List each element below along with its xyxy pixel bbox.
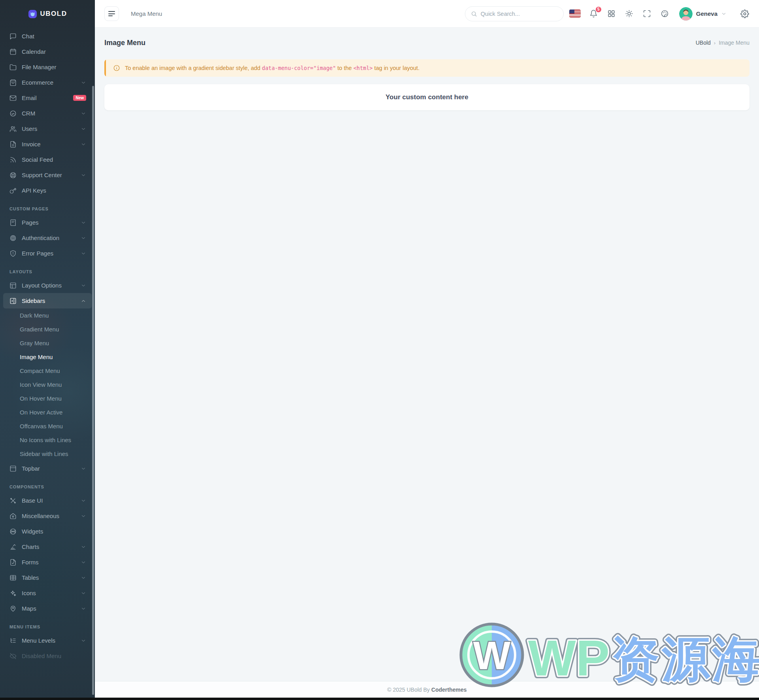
sidebar-item-invoice[interactable]: Invoice xyxy=(3,136,92,152)
mail-icon xyxy=(9,95,17,102)
fullscreen-button[interactable] xyxy=(642,9,652,19)
shield-icon xyxy=(9,250,17,257)
sidebar-item-label: Users xyxy=(22,125,81,132)
tables-icon xyxy=(9,574,17,581)
auth-icon xyxy=(9,235,17,242)
wordpress-logo-icon: W xyxy=(461,624,523,686)
sun-icon xyxy=(625,9,633,18)
sidebar-item-authentication[interactable]: Authentication xyxy=(3,230,92,246)
chevron-down-icon xyxy=(81,126,86,132)
sidebar-item-pages[interactable]: Pages xyxy=(3,215,92,230)
topbar-mega-menu[interactable]: Mega Menu xyxy=(131,10,162,17)
sidebar-subitem-on-hover-menu[interactable]: On Hover Menu xyxy=(3,392,92,405)
search-input[interactable] xyxy=(481,11,558,17)
sidebar-subitem-on-hover-active[interactable]: On Hover Active xyxy=(3,405,92,419)
gear-icon xyxy=(740,9,749,18)
alert-code-snippet: data-menu-color="image" xyxy=(262,65,336,71)
sidebar-item-label: Authentication xyxy=(22,235,81,241)
baseui-icon xyxy=(9,497,17,504)
sidebar-scrollbar[interactable] xyxy=(92,86,94,695)
ubold-logo-icon xyxy=(28,9,37,19)
sidebar-item-label: Miscellaneous xyxy=(22,513,81,519)
sidebar-subitem-offcanvas-menu[interactable]: Offcanvas Menu xyxy=(3,419,92,433)
custom-content-card: Your custom content here xyxy=(104,84,750,110)
sidebar-item-layout-options[interactable]: Layout Options xyxy=(3,278,92,293)
sidebar-subitem-sidebar-with-lines[interactable]: Sidebar with Lines xyxy=(3,447,92,461)
language-flag-icon[interactable] xyxy=(569,9,581,18)
sidebar-subitem-gradient-menu[interactable]: Gradient Menu xyxy=(3,322,92,336)
notifications-button[interactable]: 5 xyxy=(589,9,599,19)
sidebar-item-file-manager[interactable]: File Manager xyxy=(3,59,92,75)
sidebar-subitem-compact-menu[interactable]: Compact Menu xyxy=(3,364,92,378)
sidebar-item-label: Topbar xyxy=(22,465,81,472)
svg-text:资源海: 资源海 xyxy=(611,632,759,686)
sidebar-subitem-icon-view-menu[interactable]: Icon View Menu xyxy=(3,378,92,392)
menulevels-icon xyxy=(9,637,17,644)
menu-toggle-button[interactable] xyxy=(104,6,119,21)
sidebar-item-calendar[interactable]: Calendar xyxy=(3,44,92,59)
chevron-down-icon xyxy=(721,11,727,17)
sidebar-item-users[interactable]: Users xyxy=(3,121,92,136)
sidebar-item-icons[interactable]: Icons xyxy=(3,585,92,601)
widgets-icon xyxy=(9,528,17,535)
sidebar-item-disabled-menu[interactable]: Disabled Menu xyxy=(3,648,92,664)
brand-logo[interactable]: UBOLD xyxy=(0,0,95,28)
sidebar-subitem-no-icons-with-lines[interactable]: No Icons with Lines xyxy=(3,433,92,447)
sidebar-item-label: Social Feed xyxy=(22,156,86,163)
sidebar-item-email[interactable]: EmailNew xyxy=(3,90,92,106)
svg-text:WP: WP xyxy=(528,630,610,686)
sidebar-item-charts[interactable]: Charts xyxy=(3,539,92,554)
bottom-black-bar xyxy=(0,698,759,700)
sidebar-item-chat[interactable]: Chat xyxy=(3,28,92,44)
misc-icon xyxy=(9,513,17,520)
chevron-down-icon xyxy=(81,235,86,241)
invoice-icon xyxy=(9,141,17,148)
sidebar-item-error-pages[interactable]: Error Pages xyxy=(3,246,92,261)
chevron-up-icon xyxy=(81,298,86,304)
sidebar-section-custom-pages: Custom Pages xyxy=(0,198,95,215)
page-title: Image Menu xyxy=(104,39,145,47)
apps-grid-button[interactable] xyxy=(607,9,616,19)
sidebar-item-label: Invoice xyxy=(22,141,81,148)
sidebar-item-label: Email xyxy=(22,95,73,101)
sidebar-item-miscellaneous[interactable]: Miscellaneous xyxy=(3,508,92,524)
sidebar-item-menu-levels[interactable]: Menu Levels xyxy=(3,633,92,648)
alert-accent-bar xyxy=(104,59,106,77)
sidebar-item-sidebars[interactable]: Sidebars xyxy=(3,293,92,308)
sidebar-item-forms[interactable]: Forms xyxy=(3,554,92,570)
notification-badge: 5 xyxy=(595,6,602,13)
sidebar-item-tables[interactable]: Tables xyxy=(3,570,92,585)
sidebar-subitem-dark-menu[interactable]: Dark Menu xyxy=(3,308,92,322)
breadcrumb-root[interactable]: UBold xyxy=(696,40,711,46)
support-icon xyxy=(9,172,17,179)
user-menu[interactable]: Geneva xyxy=(679,7,727,21)
theme-customizer-button[interactable] xyxy=(660,9,670,19)
sidebar-item-api-keys[interactable]: API Keys xyxy=(3,183,92,198)
info-alert: To enable an image with a gradient sideb… xyxy=(104,59,750,77)
svg-text:W: W xyxy=(473,633,511,677)
chevron-down-icon xyxy=(81,111,86,116)
theme-toggle-button[interactable] xyxy=(625,9,634,19)
search-box[interactable] xyxy=(465,6,564,21)
sidebar-item-label: Ecommerce xyxy=(22,79,81,86)
sidebar-item-label: Pages xyxy=(22,219,81,226)
footer-copyright: © 2025 UBold By xyxy=(387,687,430,693)
sidebar-item-label: Layout Options xyxy=(22,282,81,289)
sidebar-subitem-image-menu[interactable]: Image Menu xyxy=(3,350,92,364)
chevron-down-icon xyxy=(81,142,86,147)
sidebar-item-label: File Manager xyxy=(22,64,86,70)
sidebar-item-widgets[interactable]: Widgets xyxy=(3,524,92,539)
settings-button[interactable] xyxy=(740,9,750,19)
sidebar-item-ecommerce[interactable]: Ecommerce xyxy=(3,75,92,90)
sidebar: UBOLD ChatCalendarFile ManagerEcommerceE… xyxy=(0,0,95,700)
sidebar-item-maps[interactable]: Maps xyxy=(3,601,92,616)
sidebar-item-base-ui[interactable]: Base UI xyxy=(3,493,92,508)
sidebar-item-social-feed[interactable]: Social Feed xyxy=(3,152,92,167)
sidebar-item-support-center[interactable]: Support Center xyxy=(3,167,92,183)
pages-icon xyxy=(9,219,17,226)
sidebar-item-crm[interactable]: CRM xyxy=(3,106,92,121)
sidebar-subitem-gray-menu[interactable]: Gray Menu xyxy=(3,336,92,350)
grid-icon xyxy=(607,9,616,18)
alert-text: To enable an image with a gradient sideb… xyxy=(125,65,262,71)
sidebar-item-topbar[interactable]: Topbar xyxy=(3,461,92,476)
